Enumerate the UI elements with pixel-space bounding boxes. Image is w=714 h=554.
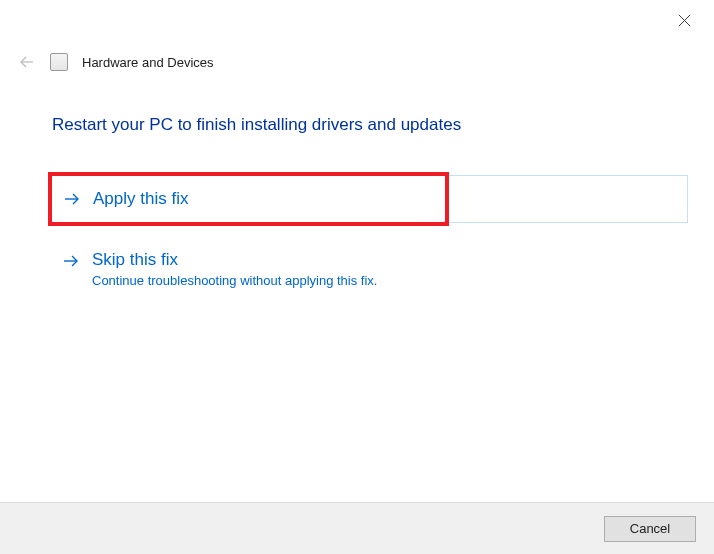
skip-fix-subtitle: Continue troubleshooting without applyin… xyxy=(92,273,377,288)
skip-fix-option[interactable]: Skip this fix Continue troubleshooting w… xyxy=(50,237,688,300)
footer: Cancel xyxy=(0,502,714,554)
cancel-button[interactable]: Cancel xyxy=(604,516,696,542)
back-button[interactable] xyxy=(18,53,36,71)
close-button[interactable] xyxy=(676,12,692,28)
header: Hardware and Devices xyxy=(18,53,214,71)
skip-fix-title: Skip this fix xyxy=(92,249,377,271)
apply-fix-option[interactable]: Apply this fix xyxy=(50,175,688,223)
header-title: Hardware and Devices xyxy=(82,55,214,70)
troubleshooter-icon xyxy=(50,53,68,71)
arrow-right-icon xyxy=(63,190,81,208)
page-heading: Restart your PC to finish installing dri… xyxy=(52,115,461,135)
options-list: Apply this fix Skip this fix Continue tr… xyxy=(50,175,688,300)
arrow-right-icon xyxy=(62,252,80,270)
back-arrow-icon xyxy=(19,54,35,70)
apply-fix-title: Apply this fix xyxy=(93,188,188,210)
close-icon xyxy=(678,14,691,27)
